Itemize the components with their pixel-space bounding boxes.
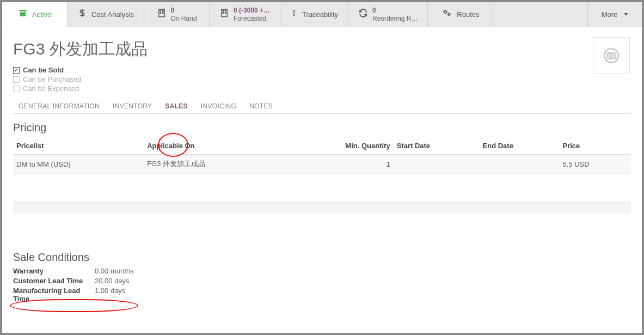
svg-rect-9: [225, 11, 226, 12]
svg-rect-5: [160, 13, 161, 14]
building-icon: [157, 8, 167, 21]
svg-point-12: [444, 11, 447, 14]
svg-rect-6: [162, 13, 163, 14]
arrows-v-icon: [290, 8, 298, 21]
toolbar-reorder[interactable]: 0 Reordering R…: [348, 2, 428, 27]
archive-icon: [18, 8, 28, 21]
th-start: Start Date: [394, 137, 480, 155]
toolbar-routes[interactable]: Routes: [428, 2, 493, 27]
checkmark-icon: ✓: [13, 67, 20, 74]
conditions-title: Sale Conditions: [13, 251, 631, 264]
cond-warranty: Warranty 0.00 months: [13, 267, 631, 275]
svg-point-16: [610, 54, 613, 58]
pricing-title: Pricing: [13, 121, 631, 134]
gears-icon: [441, 8, 452, 21]
checkbox-can-be-purchased[interactable]: Can be Purchased: [13, 75, 631, 83]
tab-sales[interactable]: SALES: [165, 99, 188, 113]
cond-warranty-label: Warranty: [13, 267, 95, 275]
toolbar-routes-label: Routes: [457, 10, 479, 19]
th-price: Price: [559, 137, 631, 155]
td-end: [480, 155, 560, 174]
checkbox-expensed-label: Can be Expensed: [23, 84, 79, 93]
refresh-icon: [358, 8, 368, 21]
checkbox-purchased-label: Can be Purchased: [23, 75, 82, 83]
toolbar-forecast[interactable]: 0 (-3000 +… Forecasted: [210, 2, 280, 27]
cond-warranty-value: 0.00 months: [95, 267, 134, 275]
td-start: [394, 155, 480, 174]
toolbar-cost[interactable]: Cost Analysis: [68, 2, 144, 27]
toolbar-active[interactable]: Active: [2, 2, 68, 27]
forecast-number: 0 (-3000 +…: [234, 7, 270, 14]
th-pricelist: Pricelist: [13, 137, 144, 155]
page-title: FG3 外发加工成品: [13, 38, 631, 60]
product-image-placeholder[interactable]: [593, 37, 630, 74]
th-end: End Date: [480, 137, 560, 155]
toolbar-trace[interactable]: Traceability: [280, 2, 348, 27]
checkbox-can-be-expensed[interactable]: Can be Expensed: [13, 84, 631, 93]
cond-lead: Customer Lead Time 20.00 days: [13, 277, 631, 285]
svg-rect-0: [19, 10, 27, 11]
onhand-label: On Hand: [171, 15, 197, 22]
td-pricelist: DM to MM (USD): [13, 155, 144, 174]
forecast-label: Forecasted: [234, 15, 270, 22]
chevron-down-icon: [624, 13, 628, 16]
svg-rect-11: [225, 13, 226, 14]
cond-mfg-value: 1.00 days: [95, 287, 125, 303]
cond-lead-label: Customer Lead Time: [13, 277, 95, 285]
tab-invoicing[interactable]: INVOICING: [201, 99, 236, 113]
cond-lead-value: 20.00 days: [95, 277, 130, 285]
table-footer-row: [13, 201, 631, 213]
reorder-label: Reordering R…: [372, 15, 418, 22]
building-icon: [219, 8, 229, 21]
tab-inventory[interactable]: INVENTORY: [113, 99, 152, 113]
reorder-number: 0: [372, 7, 418, 14]
pricing-table: Pricelist Applicable On Min. Quantity St…: [13, 137, 631, 174]
checkbox-empty-icon: [13, 76, 20, 83]
tab-notes[interactable]: NOTES: [249, 99, 273, 113]
toolbar-more-label: More: [602, 10, 618, 19]
th-applicable: Applicable On: [144, 137, 283, 155]
svg-rect-1: [20, 13, 26, 17]
td-applicable: FG3 外发加工成品: [144, 155, 283, 174]
cond-mfg-label: Manufacturing Lead Time: [13, 287, 95, 303]
td-minqty: 1: [283, 155, 394, 174]
svg-rect-8: [223, 11, 224, 12]
cond-mfg: Manufacturing Lead Time 1.00 days: [13, 287, 631, 303]
svg-rect-10: [223, 13, 224, 14]
toolbar-more[interactable]: More: [587, 2, 642, 27]
td-price: 5.5 USD: [559, 155, 631, 174]
svg-point-14: [604, 48, 618, 63]
dollar-icon: [77, 7, 87, 22]
th-minqty: Min. Quantity: [283, 137, 394, 155]
svg-point-13: [448, 13, 450, 15]
checkbox-can-be-sold[interactable]: ✓ Can be Sold: [13, 66, 631, 74]
tab-general[interactable]: GENERAL INFORMATION: [19, 99, 100, 113]
svg-rect-4: [162, 11, 163, 12]
svg-rect-3: [160, 11, 161, 12]
checkbox-sold-label: Can be Sold: [23, 66, 64, 74]
toolbar-active-label: Active: [32, 10, 51, 19]
onhand-number: 0: [171, 7, 197, 14]
checkbox-empty-icon: [13, 86, 20, 92]
toolbar-trace-label: Traceability: [302, 10, 338, 19]
toolbar-onhand[interactable]: 0 On Hand: [144, 2, 210, 27]
table-row[interactable]: DM to MM (USD) FG3 外发加工成品 1 5.5 USD: [13, 155, 631, 174]
toolbar-cost-label: Cost Analysis: [91, 10, 134, 19]
